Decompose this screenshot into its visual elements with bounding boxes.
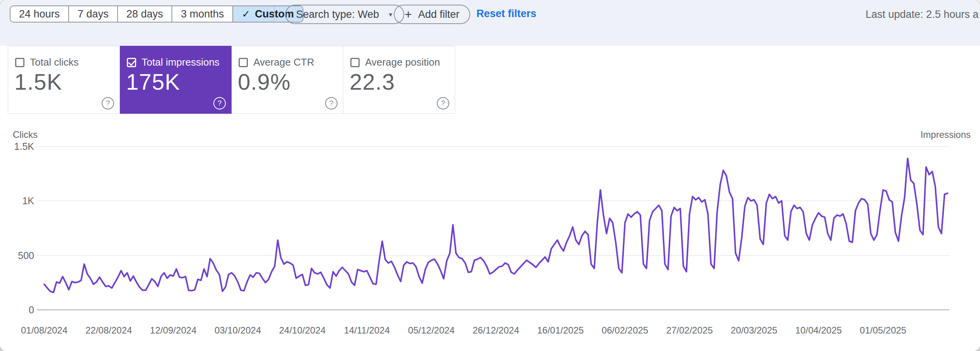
chevron-down-icon: ▼: [388, 11, 393, 18]
card-label: Average CTR: [253, 56, 314, 68]
date-range-3-months[interactable]: 3 months: [172, 6, 233, 22]
help-icon[interactable]: ?: [102, 97, 114, 109]
impressions-line-series: [0, 114, 980, 351]
search-console-performance-panel: 24 hours 7 days 28 days 3 months ✓ Custo…: [0, 0, 980, 351]
help-icon[interactable]: ?: [437, 97, 449, 109]
metric-cards: Total clicks 1.5K ? Total impressions 17…: [8, 46, 455, 114]
date-range-28-days[interactable]: 28 days: [118, 6, 173, 22]
card-total-clicks[interactable]: Total clicks 1.5K ?: [8, 46, 120, 114]
help-icon[interactable]: ?: [213, 97, 226, 109]
card-label: Total clicks: [30, 56, 79, 68]
total-impressions-value: 175K: [126, 69, 180, 95]
date-range-24-hours[interactable]: 24 hours: [10, 6, 69, 22]
plus-icon: +: [405, 8, 412, 21]
date-range-group: 24 hours 7 days 28 days 3 months ✓ Custo…: [10, 5, 303, 23]
card-total-impressions[interactable]: Total impressions 175K ?: [120, 46, 232, 114]
last-update-text: Last update: 2.5 hours a: [866, 9, 978, 21]
search-type-dropdown[interactable]: Search type: Web ▼: [285, 5, 404, 24]
card-label: Total impressions: [142, 56, 220, 68]
average-ctr-checkbox[interactable]: [239, 58, 248, 67]
total-impressions-checkbox[interactable]: [127, 58, 136, 67]
add-filter-button[interactable]: + Add filter: [394, 5, 470, 24]
performance-line-chart[interactable]: Clicks Impressions 1.5K1K500001/08/20242…: [0, 114, 980, 351]
help-icon[interactable]: ?: [325, 97, 338, 109]
card-label: Average position: [365, 56, 440, 68]
checkmark-icon: ✓: [242, 8, 250, 20]
total-clicks-value: 1.5K: [14, 69, 62, 95]
date-range-7-days[interactable]: 7 days: [69, 6, 118, 22]
average-position-value: 22.3: [350, 69, 395, 95]
total-clicks-checkbox[interactable]: [15, 58, 24, 67]
metrics-strip: Total clicks 1.5K ? Total impressions 17…: [0, 46, 980, 115]
average-ctr-value: 0.9%: [238, 69, 291, 95]
card-average-ctr[interactable]: Average CTR 0.9% ?: [232, 46, 343, 114]
filter-toolbar: 24 hours 7 days 28 days 3 months ✓ Custo…: [0, 0, 980, 46]
average-position-checkbox[interactable]: [350, 58, 360, 67]
card-average-position[interactable]: Average position 22.3 ?: [343, 46, 455, 114]
toolbar-divider: [274, 6, 275, 23]
reset-filters-link[interactable]: Reset filters: [476, 8, 537, 20]
